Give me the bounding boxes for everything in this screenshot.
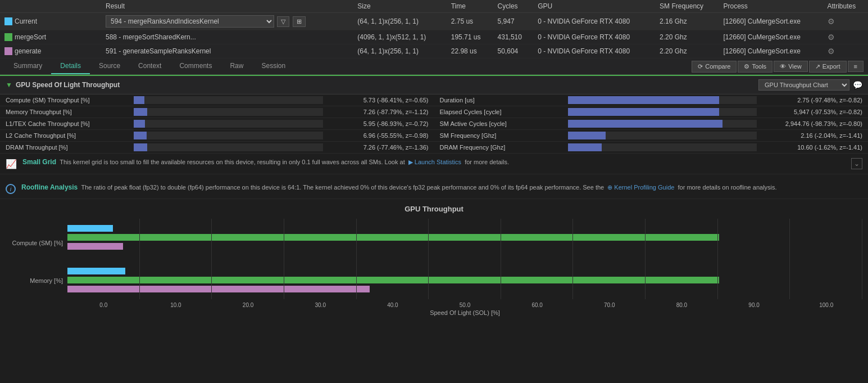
x-label-1: 10.0	[140, 302, 212, 308]
bar-row-1-2	[67, 285, 862, 293]
kernel-process-generate: [12660] CuMergeSort.exe	[719, 44, 822, 58]
filter-extra-button[interactable]: ⊞	[293, 16, 306, 27]
metric-value-left-2: 5.95 (-86.93%, z=-0.72)	[328, 120, 429, 127]
metric-label-right-2: SM Active Cycles [cycle]	[440, 120, 563, 127]
col-header-sm-freq: SM Frequency	[655, 0, 719, 13]
kernel-settings-mergeSort[interactable]: ⚙	[828, 33, 835, 42]
view-icon: 👁	[780, 63, 786, 70]
metric-label-right-4: DRAM Frequency [Ghz]	[440, 144, 563, 151]
launch-stats-link[interactable]: ▶ Launch Statistics	[408, 159, 461, 165]
export-icon: ↗	[815, 63, 820, 70]
bar-fill-0-1	[67, 234, 719, 241]
kernel-size-mergeSort: (4096, 1, 1)x(512, 1, 1)	[353, 30, 447, 44]
export-button[interactable]: ↗ Export	[809, 61, 847, 73]
kernel-result-generate: 591 - generateSampleRanksKernel	[101, 44, 353, 58]
left-metric-1: Memory Throughput [%] 7.26 (-87.79%, z=-…	[0, 106, 434, 118]
x-label-3: 30.0	[284, 302, 357, 308]
metric-value-right-3: 2.16 (-2.04%, z=-1.41)	[761, 132, 862, 139]
col-header-time: Time	[447, 0, 493, 13]
tab-details[interactable]: Details	[51, 58, 90, 74]
metric-bar-left-2	[134, 120, 323, 128]
chart-bars	[67, 219, 862, 300]
kernel-row-mergeSort[interactable]: mergeSort 588 - mergeSortSharedKern... (…	[0, 30, 868, 44]
metric-bar-fill-left-1	[134, 108, 147, 116]
roofline-section: i Roofline Analysis The ratio of peak fl…	[0, 179, 868, 199]
metric-value-left-0: 5.73 (-86.41%, z=-0.65)	[328, 97, 429, 103]
tools-button[interactable]: ⚙ Tools	[738, 61, 772, 73]
section-header-right: GPU Throughput Chart 💬	[758, 79, 862, 91]
kernel-gear-current: ⚙	[823, 13, 869, 30]
bar-fill-0-2	[67, 243, 123, 250]
roofline-content: Roofline Analysis The ratio of peak floa…	[21, 183, 777, 191]
bar-fill-1-2	[67, 286, 370, 292]
kernel-smfreq-current: 2.16 Ghz	[655, 13, 719, 30]
col-header-cycles: Cycles	[493, 0, 534, 13]
kernel-settings-current[interactable]: ⚙	[828, 17, 835, 26]
kernel-result-current: 594 - mergeRanksAndIndicesKernel ▽ ⊞	[101, 13, 353, 30]
metric-label-right-1: Elapsed Cycles [cycle]	[440, 109, 563, 115]
roofline-text-block: The ratio of peak float (fp32) to double…	[80, 184, 777, 191]
kernel-row-generate[interactable]: generate 591 - generateSampleRanksKernel…	[0, 44, 868, 58]
left-metric-0: Compute (SM) Throughput [%] 5.73 (-86.41…	[0, 94, 434, 106]
metric-value-left-4: 7.26 (-77.46%, z=-1.36)	[328, 144, 429, 151]
x-label-4: 40.0	[357, 302, 429, 308]
chart-area: 0.010.020.030.040.050.060.070.080.090.01…	[67, 219, 862, 316]
kernel-gpu-current: 0 - NVIDIA GeForce RTX 4080	[533, 13, 655, 30]
chart-type-select[interactable]: GPU Throughput Chart	[758, 79, 849, 91]
right-metric-3: SM Frequency [Ghz] 2.16 (-2.04%, z=-1.41…	[434, 130, 869, 142]
gpu-sol-header: ▼ GPU Speed Of Light Throughput GPU Thro…	[0, 75, 868, 94]
compare-button[interactable]: ⟳ Compare	[692, 61, 737, 73]
tab-source[interactable]: Source	[90, 58, 129, 74]
metric-bar-fill-right-2	[568, 120, 723, 128]
col-header-result: Result	[101, 0, 353, 13]
metric-bar-fill-left-0	[134, 96, 144, 104]
kernel-result-mergeSort: 588 - mergeSortSharedKern...	[101, 30, 353, 44]
x-label-6: 60.0	[501, 302, 574, 308]
tabs-container: SummaryDetailsSourceContextCommentsRawSe…	[4, 58, 294, 74]
tab-raw[interactable]: Raw	[221, 58, 252, 74]
kernel-process-current: [12660] CuMergeSort.exe	[719, 13, 822, 30]
bar-row-0-1	[67, 233, 862, 241]
metric-bar-right-2	[568, 120, 757, 128]
expand-alert-button[interactable]: ⌄	[851, 158, 862, 169]
filter-button[interactable]: ▽	[277, 16, 289, 27]
x-label-5: 50.0	[429, 302, 501, 308]
tab-context[interactable]: Context	[129, 58, 170, 74]
x-label-8: 80.0	[646, 302, 718, 308]
tab-comments[interactable]: Comments	[170, 58, 221, 74]
metric-value-left-3: 6.96 (-55.55%, z=-0.98)	[328, 132, 429, 139]
chart-icon: 📈	[6, 159, 17, 169]
kernel-settings-generate[interactable]: ⚙	[828, 47, 835, 56]
x-axis-labels: 0.010.020.030.040.050.060.070.080.090.01…	[67, 302, 862, 308]
roofline-text: The ratio of peak float (fp32) to double…	[81, 184, 604, 191]
bar-row-1-1	[67, 276, 862, 284]
collapse-icon[interactable]: ▼	[6, 81, 12, 89]
metric-bar-left-3	[134, 132, 323, 139]
metric-value-right-4: 10.60 (-1.62%, z=-1.41)	[761, 144, 862, 151]
tab-session[interactable]: Session	[252, 58, 294, 74]
kernel-label-current: Current	[15, 17, 37, 25]
section-chat-icon[interactable]: 💬	[853, 80, 862, 89]
kernel-color-current	[4, 17, 12, 25]
alert-right: ⌄	[851, 158, 862, 169]
x-label-2: 20.0	[212, 302, 284, 308]
view-button[interactable]: 👁 View	[774, 61, 808, 72]
kernel-gpu-generate: 0 - NVIDIA GeForce RTX 4080	[533, 44, 655, 58]
compare-icon: ⟳	[698, 63, 703, 70]
small-grid-alert: 📈 Small Grid This kernel grid is too sma…	[0, 154, 868, 174]
left-metric-4: DRAM Throughput [%] 7.26 (-77.46%, z=-1.…	[0, 142, 434, 154]
kernel-result-select[interactable]: 594 - mergeRanksAndIndicesKernel	[106, 15, 274, 28]
metric-bar-right-1	[568, 108, 757, 116]
tab-summary[interactable]: Summary	[4, 58, 51, 74]
metric-label-right-3: SM Frequency [Ghz]	[440, 132, 563, 139]
metric-label-left-2: L1/TEX Cache Throughput [%]	[6, 120, 129, 127]
metric-bar-fill-left-4	[134, 143, 147, 151]
chart-wrapper: Compute (SM) [%] Memory [%] 0.010.020.03…	[6, 219, 862, 316]
metric-value-left-1: 7.26 (-87.79%, z=-1.12)	[328, 109, 429, 115]
kernel-row-current[interactable]: Current 594 - mergeRanksAndIndicesKernel…	[0, 13, 868, 30]
menu-button[interactable]: ≡	[848, 61, 864, 72]
kernel-profiling-link[interactable]: ⊕ Kernel Profiling Guide	[607, 184, 674, 191]
col-header-attributes: Attributes	[823, 0, 869, 13]
metric-bar-fill-left-2	[134, 120, 145, 128]
tools-icon: ⚙	[744, 63, 749, 70]
